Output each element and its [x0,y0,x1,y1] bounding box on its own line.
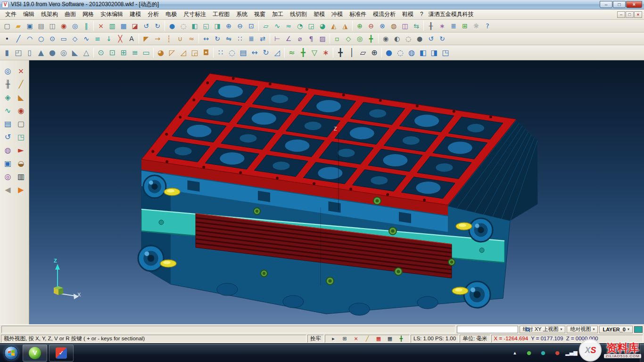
arc-icon[interactable]: ◠ [24,33,35,44]
mdi-close-button[interactable]: × [634,11,642,18]
chamfer-edge-icon[interactable]: ◸ [166,47,178,58]
move-3d-icon[interactable]: ↔ [249,47,260,58]
spring-coil-icon[interactable]: ∿ [2,105,14,117]
taskbar-app-visi[interactable]: V [23,345,47,362]
grid-snap-icon[interactable]: ⊞ [459,20,471,32]
clip-view-icon[interactable]: ◨ [429,47,440,58]
dimension-radial-icon[interactable]: ⌀ [294,33,305,44]
mirror-solid-icon[interactable]: ⇆ [411,20,422,32]
sheet-page-icon[interactable]: ▢ [15,118,27,130]
pause-icon[interactable]: ‖ [81,20,92,32]
sweep-surface-icon[interactable]: ∿ [272,20,283,32]
hide-icon[interactable]: ◌ [403,33,414,44]
mdi-restore-button[interactable]: □ [626,11,634,18]
feature-slot-icon[interactable]: ▭ [140,47,152,58]
shaded-view-icon[interactable]: ● [166,20,178,32]
menu-item-15[interactable]: 线切割 [287,10,310,18]
mirror-icon[interactable]: ⇋ [223,33,234,44]
cut-icon[interactable]: × [95,20,107,32]
boolean-intersect-icon[interactable]: ⊗ [377,20,388,32]
prim-block-icon[interactable]: ▮ [1,47,13,58]
plane-surface-icon[interactable]: ▱ [260,20,272,32]
title-bar[interactable]: V VISI 19.0 from Vero Software - 2012030… [0,0,644,9]
circle-icon[interactable]: ○ [35,33,47,44]
print-preview-icon[interactable]: ◫ [47,20,58,32]
menu-item-9[interactable]: 电极 [162,10,180,18]
wcs-icon[interactable]: ╋ [335,47,346,58]
simplify-icon[interactable]: ▽ [309,47,320,58]
loft-surface-icon[interactable]: ≈ [283,20,294,32]
snap-center-icon[interactable]: ◎ [354,33,365,44]
frame-box-icon[interactable]: ▣ [2,157,14,170]
rectangle-icon[interactable]: ▭ [58,33,69,44]
nav-forward-icon[interactable]: ▶ [15,184,27,196]
join-curve-icon[interactable]: ∪ [174,33,186,44]
measure-icon[interactable]: ╂ [425,20,437,32]
break-curve-icon[interactable]: ┆ [163,33,174,44]
top-view-icon[interactable]: ◱ [200,20,212,32]
axis-icon[interactable]: │ [346,47,357,58]
prim-sphere-icon[interactable]: ● [47,47,58,58]
feature-rib-icon[interactable]: ≡ [129,47,140,58]
trim-curve-icon[interactable]: ◤ [140,33,152,44]
intersect-curve-icon[interactable]: ╳ [115,33,126,44]
layer-dropdown[interactable]: LAYER_0 ▾ [599,326,633,333]
edit-pencil-icon[interactable]: ╱ [362,335,373,343]
zoom-fit-icon[interactable]: ⊡ [246,20,257,32]
copy-icon[interactable]: ▥ [107,20,118,32]
pattern-linear-icon[interactable]: ∷ [215,47,226,58]
tray-app-teal-icon[interactable]: ● [537,348,549,358]
list-panel-icon[interactable]: ▥ [15,171,27,183]
show-all-icon[interactable]: ● [414,33,425,44]
menu-item-14[interactable]: 加工 [269,10,287,18]
menu-item-6[interactable]: 实体编辑 [97,10,126,18]
tray-app-green-icon[interactable]: ● [523,348,535,358]
section-beam-icon[interactable]: ╫ [2,78,14,90]
undo-icon[interactable]: ↺ [140,20,152,32]
menu-item-19[interactable]: 模流分析 [370,10,399,18]
menu-item-10[interactable]: 尺寸标注 [180,10,209,18]
print-icon[interactable]: ▤ [35,20,47,32]
scale-3d-icon[interactable]: ◿ [272,47,283,58]
grid-dark-icon[interactable]: ▦ [384,335,396,343]
array-icon[interactable]: ∷ [234,33,246,44]
paste-icon[interactable]: ▦ [118,20,129,32]
snap-toggle-icon[interactable]: ⊞ [339,335,350,343]
wireframe-view-icon[interactable]: ◌ [178,20,189,32]
snap-mid-icon[interactable]: ◇ [343,33,354,44]
menu-item-7[interactable]: 建模 [126,10,144,18]
stamp-icon[interactable]: ◉ [58,20,69,32]
menu-item-13[interactable]: 视窗 [251,10,269,18]
sketch-pencil-icon[interactable]: ╱ [15,78,27,90]
sew-surfaces-icon[interactable]: ≈ [286,47,297,58]
iso-view-icon[interactable]: ◧ [189,20,200,32]
delete-filter-icon[interactable]: × [350,335,362,343]
part-item-icon[interactable]: ◍ [2,144,14,156]
menu-item-2[interactable]: 编辑 [20,10,38,18]
trim-cut-icon[interactable]: × [15,65,27,77]
thicken-icon[interactable]: ◲ [189,47,200,58]
snap-end-icon[interactable]: ▫ [331,33,343,44]
section-view-icon[interactable]: ◧ [417,47,429,58]
menu-item-12[interactable]: 系统 [233,10,251,18]
rotate-view-icon[interactable]: ↺ [2,131,14,143]
text-curve-icon[interactable]: A [126,33,137,44]
prim-torus-icon[interactable]: ◎ [58,47,69,58]
layers-icon[interactable]: ≣ [448,20,459,32]
visibility-icon[interactable]: ◉ [380,33,391,44]
line-icon[interactable]: ╱ [13,33,24,44]
copy-3d-icon[interactable]: ▤ [238,47,249,58]
feature-pocket-icon[interactable]: ⊡ [107,47,118,58]
new-file-icon[interactable]: ▢ [1,20,13,32]
pointer-icon[interactable]: ▸ [328,335,339,343]
menu-item-11[interactable]: 工程图 [209,10,233,18]
prim-wedge-icon[interactable]: ◣ [69,47,81,58]
dimension-angular-icon[interactable]: ∠ [283,33,294,44]
open-folder-icon[interactable]: ▰ [13,20,24,32]
erase-icon[interactable]: ◪ [129,20,140,32]
save-icon[interactable]: ▣ [24,20,35,32]
explode-icon[interactable]: ∗ [320,47,331,58]
stretch-icon[interactable]: ⇄ [257,33,268,44]
hidden-icons-icon[interactable]: ▴ [509,348,520,358]
spline-icon[interactable]: ∿ [81,33,92,44]
